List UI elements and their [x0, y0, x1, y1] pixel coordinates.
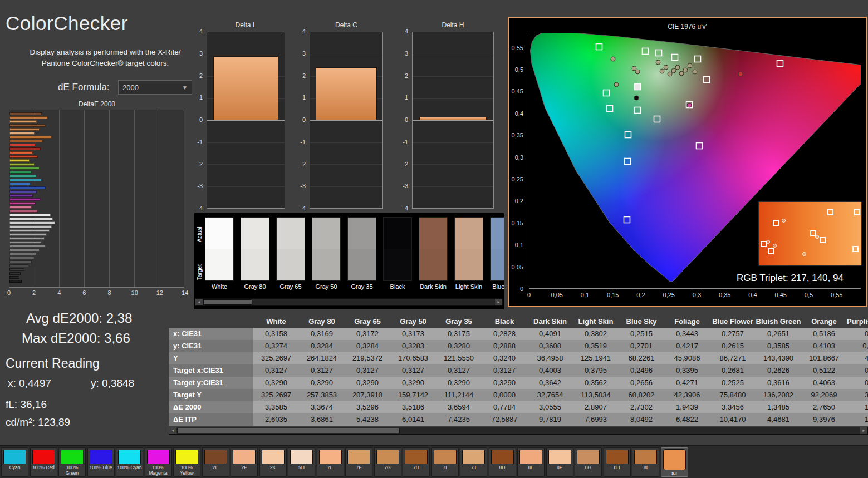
patch-button-8h[interactable]: 8H — [604, 447, 631, 477]
gridline — [109, 110, 110, 287]
patch-button-2k[interactable]: 2K — [259, 447, 287, 477]
color-swatch — [205, 217, 234, 281]
table-cell: 9,3976 — [801, 413, 847, 426]
table-cell: 0,5186 — [801, 328, 847, 340]
patch-button-2f[interactable]: 2F — [231, 447, 258, 477]
de-bar — [9, 260, 32, 263]
table-cell: 60,8202 — [619, 389, 664, 401]
table-cell: 6,4822 — [664, 413, 710, 426]
patch-button-7h[interactable]: 7H — [403, 447, 430, 477]
patch-button-cyan[interactable]: Cyan — [1, 447, 28, 477]
table-cell: 8,0492 — [619, 413, 664, 426]
de-formula-select[interactable]: 2000 ▼ — [118, 80, 192, 95]
row-label: Y — [169, 352, 253, 364]
patch-button-8d[interactable]: 8D — [489, 447, 516, 477]
axis-tick-label: 3 — [302, 50, 306, 57]
target-row-label: Target — [197, 264, 203, 280]
patch-button-7j[interactable]: 7J — [460, 447, 487, 477]
scroll-left-icon[interactable]: ◄ — [195, 299, 203, 305]
target-point — [820, 237, 826, 243]
scroll-left-icon[interactable]: ◄ — [169, 427, 176, 434]
color-swatch — [490, 217, 504, 281]
patch-button-8i[interactable]: 8I — [632, 447, 659, 477]
patch-color-chip — [61, 450, 84, 464]
row-label: y: CIE31 — [169, 340, 253, 352]
axis-tick-label: 0 — [527, 292, 531, 298]
table-cell: 0,3127 — [390, 364, 436, 377]
scroll-right-icon[interactable]: ► — [495, 299, 502, 305]
patch-button-100-red[interactable]: 100% Red — [30, 447, 57, 477]
table-cell: 0,4217 — [664, 340, 710, 352]
axis-tick-label: 0,3 — [507, 154, 523, 161]
de-bar — [9, 151, 33, 154]
patch-button-100-green[interactable]: 100% Green — [58, 447, 86, 477]
axis-tick-label: 4 — [302, 28, 306, 35]
column-header: Bluish Green — [756, 316, 801, 328]
patch-label: 100% Blue — [89, 465, 114, 471]
gridline — [207, 55, 285, 55]
gridline — [134, 110, 135, 287]
column-header: Light Skin — [573, 316, 619, 328]
patch-button-8e[interactable]: 8E — [517, 447, 545, 477]
reading-fl: fL: 36,16 — [6, 398, 47, 411]
y-axis: 43210-1-2-3-4 — [400, 32, 410, 209]
swatch-strip-scrollbar[interactable]: ◄ ► — [195, 298, 503, 306]
patch-button-5d[interactable]: 5D — [288, 447, 315, 477]
delta-bar — [213, 56, 278, 120]
patch-button-8f[interactable]: 8F — [546, 447, 573, 477]
patch-button-100-yellow[interactable]: 100% Yellow — [173, 447, 200, 477]
patch-button-2e[interactable]: 2E — [202, 447, 229, 477]
axis-tick-label: 6 — [82, 289, 86, 296]
target-swatch — [277, 249, 305, 281]
patch-button-7i[interactable]: 7I — [431, 447, 459, 477]
color-swatch — [276, 217, 305, 281]
scroll-right-icon[interactable]: ► — [860, 427, 867, 434]
target-swatch — [384, 249, 411, 281]
actual-swatch — [384, 218, 411, 249]
patch-button-100-cyan[interactable]: 100% Cyan — [116, 447, 143, 477]
patch-label: 8G — [576, 465, 601, 471]
table-cell: 2,6035 — [253, 413, 299, 426]
description-line2: Pantone ColorChecker® target colors. — [42, 59, 169, 67]
table-cell: 0,7784 — [482, 401, 527, 413]
patch-button-8j[interactable]: 8J — [661, 447, 688, 477]
measured-point — [782, 219, 786, 223]
patch-label: 8F — [547, 465, 572, 471]
patch-button-100-magenta[interactable]: 100% Magenta — [145, 447, 172, 477]
measured-point — [688, 63, 692, 68]
table-cell: 86,7271 — [710, 352, 756, 364]
patch-button-8g[interactable]: 8G — [575, 447, 602, 477]
patch-button-7f[interactable]: 7F — [345, 447, 372, 477]
de-bar — [9, 167, 40, 170]
patch-label: 8E — [518, 465, 543, 471]
patch-color-chip — [606, 450, 629, 464]
table-cell: 42,3906 — [664, 389, 710, 401]
table-cell: 0,3280 — [436, 340, 482, 352]
table-cell: 36,4958 — [527, 352, 573, 364]
column-header: Purplish Blue — [847, 316, 868, 328]
table-cell: 0,4003 — [527, 364, 573, 377]
measured-point — [671, 68, 676, 73]
table-cell: 32,7654 — [527, 389, 573, 401]
patch-color-chip — [577, 450, 600, 464]
axis-tick-label: 0,1 — [507, 242, 523, 248]
measured-point — [683, 68, 688, 72]
gridline — [413, 186, 493, 187]
scrollbar-thumb[interactable] — [177, 428, 400, 433]
scrollbar-thumb[interactable] — [203, 299, 252, 305]
axis-tick-label: -1 — [300, 139, 306, 145]
table-cell: 0,2656 — [619, 377, 664, 389]
table-scrollbar[interactable]: ◄ ► — [169, 427, 868, 435]
patch-label: Cyan — [2, 465, 27, 471]
patch-color-chip — [519, 450, 542, 464]
table-cell: 0,19 — [847, 340, 868, 352]
table-row: Y325,2697264,1824219,5372170,6583121,555… — [169, 352, 868, 364]
axis-tick-label: 0,35 — [507, 132, 523, 139]
patch-button-7e[interactable]: 7E — [317, 447, 344, 477]
avg-de2000: Avg dE2000: 2,38 — [26, 311, 132, 326]
de-bar — [9, 147, 41, 150]
target-swatch — [312, 249, 340, 281]
patch-button-7g[interactable]: 7G — [374, 447, 401, 477]
axis-tick-label: 8 — [108, 289, 111, 296]
patch-button-100-blue[interactable]: 100% Blue — [87, 447, 115, 477]
